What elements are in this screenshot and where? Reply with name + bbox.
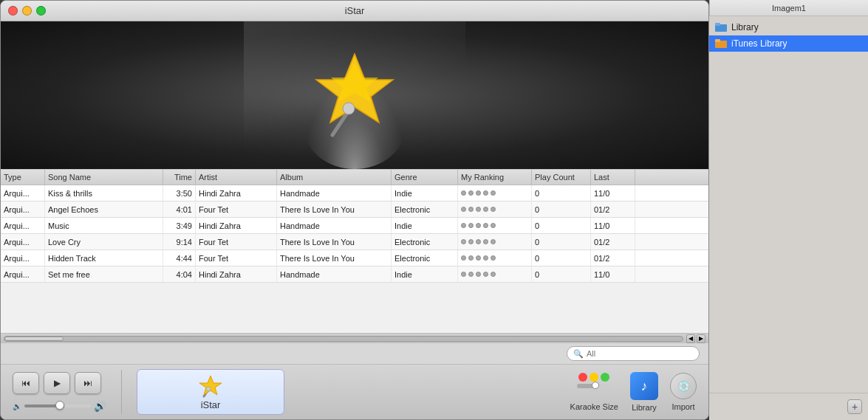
scrollbar-track[interactable] xyxy=(4,336,683,342)
col-header-name: Song Name xyxy=(45,170,163,185)
next-button[interactable]: ⏭ xyxy=(75,372,101,394)
cell-time: 3:49 xyxy=(163,218,196,233)
sidebar-items: Library iTunes Library xyxy=(709,16,868,55)
karaoke-size-button[interactable]: Karaoke Size xyxy=(570,373,618,411)
table-row[interactable]: Arqui... Kiss & thrills 3:50 Hindi Zahra… xyxy=(1,185,708,202)
minimize-button[interactable] xyxy=(22,6,32,16)
library-icon: ♪ xyxy=(630,372,658,400)
cell-playcount: 0 xyxy=(532,218,591,233)
cell-time: 3:50 xyxy=(163,185,196,201)
close-button[interactable] xyxy=(8,6,18,16)
cell-playcount: 0 xyxy=(532,185,591,201)
col-header-playcount: Play Count xyxy=(532,170,591,185)
cell-artist: Hindi Zahra xyxy=(196,266,277,282)
cell-time: 4:01 xyxy=(163,202,196,217)
sidebar-item-itunes[interactable]: iTunes Library xyxy=(709,35,868,52)
cell-album: There Is Love In You xyxy=(277,234,392,249)
prev-button[interactable]: ⏮ xyxy=(13,372,39,394)
col-header-genre: Genre xyxy=(392,170,458,185)
transport-buttons: ⏮ ▶ ⏭ xyxy=(13,372,106,394)
search-input[interactable] xyxy=(587,349,675,358)
table-row[interactable]: Arqui... Love Cry 9:14 Four Tet There Is… xyxy=(1,234,708,250)
cell-album: Handmade xyxy=(277,266,392,282)
sidebar-item-library[interactable]: Library xyxy=(709,19,868,35)
table-row[interactable]: Arqui... Music 3:49 Hindi Zahra Handmade… xyxy=(1,218,708,234)
cell-name: Angel Echoes xyxy=(45,202,163,217)
cell-playcount: 0 xyxy=(532,266,591,282)
play-button[interactable]: ▶ xyxy=(44,372,70,394)
cell-type: Arqui... xyxy=(1,234,45,249)
scroll-right-button[interactable]: ▶ xyxy=(697,334,705,343)
library-label: Library xyxy=(632,403,657,412)
table-header: Type Song Name Time Artist Album Genre xyxy=(1,169,708,185)
cell-last: 01/2 xyxy=(591,202,635,217)
col-header-time: Time xyxy=(163,170,196,185)
window-title: iStar xyxy=(345,5,365,16)
import-label: Import xyxy=(671,402,694,411)
cell-genre: Electronic xyxy=(392,234,458,249)
import-button[interactable]: 💿 Import xyxy=(670,373,697,411)
cell-playcount: 0 xyxy=(532,202,591,217)
cell-last: 01/2 xyxy=(591,234,635,249)
cell-playcount: 0 xyxy=(532,234,591,249)
volume-control: 🔈 🔊 xyxy=(13,400,106,412)
volume-low-icon: 🔈 xyxy=(13,402,21,410)
karaoke-label: Karaoke Size xyxy=(570,402,618,411)
cell-album: Handmade xyxy=(277,218,392,233)
imagem-header: Imagem1 xyxy=(709,0,868,16)
scroll-left-button[interactable]: ◀ xyxy=(686,334,695,343)
dot-yellow xyxy=(590,373,598,382)
volume-knob[interactable] xyxy=(55,401,64,410)
cell-genre: Indie xyxy=(392,266,458,282)
cell-ranking xyxy=(458,266,532,282)
table-area: Type Song Name Time Artist Album Genre xyxy=(1,169,708,333)
table-row[interactable]: Arqui... Angel Echoes 4:01 Four Tet Ther… xyxy=(1,202,708,218)
svg-point-2 xyxy=(343,103,355,114)
bottom-controls: ⏮ ▶ ⏭ 🔈 🔊 xyxy=(1,364,708,419)
col-header-album: Album xyxy=(277,170,392,185)
library-button[interactable]: ♪ Library xyxy=(630,372,658,412)
karaoke-dots xyxy=(578,373,609,382)
table-row[interactable]: Arqui... Hidden Track 4:44 Four Tet Ther… xyxy=(1,250,708,266)
cell-album: Handmade xyxy=(277,185,392,201)
separator xyxy=(121,370,122,414)
istar-logo-label: iStar xyxy=(201,399,221,410)
search-bar: 🔍 xyxy=(1,343,708,364)
karaoke-icon xyxy=(575,373,613,399)
maximize-button[interactable] xyxy=(36,6,46,16)
cell-last: 01/2 xyxy=(591,250,635,266)
svg-rect-10 xyxy=(715,39,720,42)
cell-ranking xyxy=(458,202,532,217)
cell-genre: Electronic xyxy=(392,250,458,266)
cell-last: 11/0 xyxy=(591,218,635,233)
title-bar: iStar xyxy=(1,1,708,21)
cell-artist: Hindi Zahra xyxy=(196,185,277,201)
cell-time: 4:04 xyxy=(163,266,196,282)
cell-name: Love Cry xyxy=(45,234,163,249)
volume-slider[interactable] xyxy=(24,404,91,407)
table-row[interactable]: Arqui... Set me free 4:04 Hindi Zahra Ha… xyxy=(1,266,708,283)
cell-genre: Electronic xyxy=(392,202,458,217)
col-header-last: Last xyxy=(591,170,635,185)
folder-orange-icon xyxy=(715,38,727,49)
scroll-arrows: ◀ ▶ xyxy=(686,334,705,343)
sidebar-item-itunes-label: iTunes Library xyxy=(731,38,787,49)
karaoke-knob xyxy=(592,382,599,389)
dot-green xyxy=(601,373,609,382)
add-button[interactable]: + xyxy=(847,399,862,414)
cell-name: Music xyxy=(45,218,163,233)
col-header-type: Type xyxy=(1,170,45,185)
cell-name: Hidden Track xyxy=(45,250,163,266)
scrollbar-thumb[interactable] xyxy=(4,337,64,341)
col-header-artist: Artist xyxy=(196,170,277,185)
cell-type: Arqui... xyxy=(1,202,45,217)
cell-genre: Indie xyxy=(392,218,458,233)
playback-controls: ⏮ ▶ ⏭ 🔈 🔊 xyxy=(13,372,106,412)
right-icons: Karaoke Size ♪ Library 💿 Import xyxy=(570,372,697,412)
cell-genre: Indie xyxy=(392,185,458,201)
cell-ranking xyxy=(458,234,532,249)
search-input-wrapper: 🔍 xyxy=(567,346,700,361)
cell-time: 9:14 xyxy=(163,234,196,249)
cell-album: There Is Love In You xyxy=(277,202,392,217)
cell-playcount: 0 xyxy=(532,250,591,266)
